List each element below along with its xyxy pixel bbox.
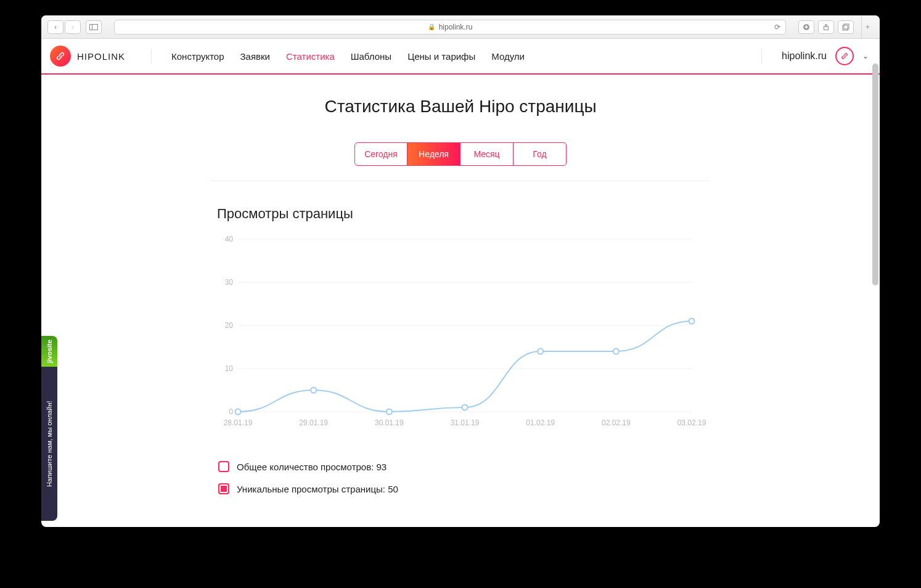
svg-point-26 (462, 405, 468, 410)
svg-rect-0 (90, 24, 98, 30)
nav-requests[interactable]: Заявки (240, 51, 270, 62)
logo-icon (50, 46, 71, 67)
page-title: Статистика Вашей Hipo страницы (211, 97, 710, 116)
svg-text:10: 10 (225, 364, 234, 373)
brand-name: HIPOLINK (77, 51, 125, 62)
svg-point-29 (689, 319, 695, 324)
nav-statistics[interactable]: Статистика (286, 51, 335, 62)
svg-point-23 (235, 409, 241, 415)
legend-box-outline-icon (218, 461, 229, 472)
section-title-views: Просмотры страницы (217, 206, 710, 222)
tab-week[interactable]: Неделя (407, 142, 460, 166)
svg-point-28 (613, 349, 619, 354)
browser-toolbar: ‹ › 🔒 hipolink.ru ⟳ + (41, 15, 880, 39)
svg-point-27 (538, 349, 543, 354)
nav-templates[interactable]: Шаблоны (351, 51, 391, 62)
jivosite-brand: jivosite (41, 336, 57, 367)
svg-text:30.01.19: 30.01.19 (375, 419, 404, 427)
browser-new-tab-button[interactable]: + (861, 15, 874, 39)
tab-month[interactable]: Месяц (460, 142, 514, 166)
account-logo-icon (835, 47, 854, 65)
legend-total-text: Общее количество просмотров: 93 (237, 462, 387, 472)
browser-tabs-button[interactable] (838, 20, 854, 34)
svg-text:01.02.19: 01.02.19 (526, 419, 555, 427)
legend-unique[interactable]: Уникальные просмотры страницы: 50 (218, 483, 710, 494)
browser-sidebar-button[interactable] (86, 20, 102, 34)
svg-text:28.01.19: 28.01.19 (224, 419, 253, 427)
separator (761, 49, 762, 63)
app-header: HIPOLINK Конструктор Заявки Статистика Ш… (41, 39, 880, 75)
svg-text:02.02.19: 02.02.19 (602, 419, 631, 427)
divider (211, 181, 710, 181)
browser-download-button[interactable] (798, 20, 814, 34)
svg-text:29.01.19: 29.01.19 (299, 419, 328, 427)
legend-box-filled-icon (218, 483, 229, 494)
legend-total[interactable]: Общее количество просмотров: 93 (218, 461, 710, 472)
svg-point-24 (311, 388, 316, 393)
account-name: hipolink.ru (782, 51, 827, 62)
browser-back-button[interactable]: ‹ (47, 20, 63, 34)
separator (151, 49, 152, 63)
svg-point-25 (387, 409, 392, 415)
svg-text:03.02.19: 03.02.19 (677, 419, 706, 427)
period-tabs: Сегодня Неделя Месяц Год (211, 142, 710, 166)
jivosite-widget[interactable]: jivosite Напишите нам, мы онлайн! (41, 336, 57, 521)
svg-text:31.01.19: 31.01.19 (451, 419, 480, 427)
account-menu[interactable]: hipolink.ru ⌄ (782, 47, 869, 65)
jivosite-cta: Напишите нам, мы онлайн! (41, 367, 57, 521)
svg-text:0: 0 (229, 407, 233, 416)
legend-unique-text: Уникальные просмотры страницы: 50 (237, 484, 398, 494)
reload-icon[interactable]: ⟳ (774, 23, 780, 31)
svg-text:20: 20 (225, 321, 234, 330)
nav-modules[interactable]: Модули (491, 51, 525, 62)
nav-constructor[interactable]: Конструктор (171, 51, 224, 62)
views-chart: 01020304028.01.1929.01.1930.01.1931.01.1… (217, 233, 698, 430)
browser-url: hipolink.ru (439, 23, 473, 31)
browser-forward-button[interactable]: › (65, 20, 81, 34)
scrollbar[interactable] (872, 63, 878, 285)
chart-legend: Общее количество просмотров: 93 Уникальн… (218, 461, 710, 494)
svg-text:40: 40 (225, 235, 234, 243)
chevron-down-icon: ⌄ (862, 52, 869, 60)
nav-pricing[interactable]: Цены и тарифы (407, 51, 475, 62)
svg-rect-5 (844, 24, 849, 29)
lock-icon: 🔒 (428, 23, 435, 30)
browser-share-button[interactable] (818, 20, 834, 34)
brand[interactable]: HIPOLINK (50, 46, 125, 67)
tab-year[interactable]: Год (514, 142, 567, 166)
browser-address-bar[interactable]: 🔒 hipolink.ru ⟳ (114, 20, 786, 35)
svg-rect-4 (843, 25, 848, 30)
svg-text:30: 30 (225, 278, 234, 287)
tab-today[interactable]: Сегодня (354, 142, 407, 166)
